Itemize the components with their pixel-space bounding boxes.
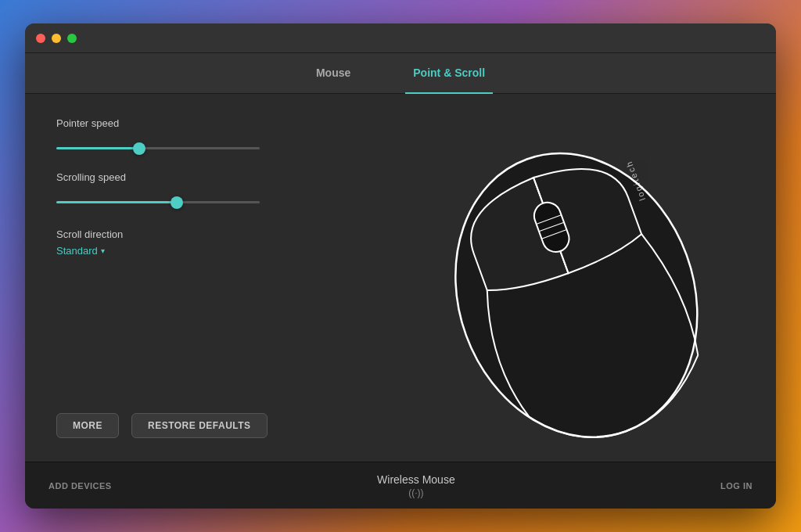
pointer-speed-slider[interactable] bbox=[56, 147, 260, 149]
window-controls bbox=[36, 34, 77, 43]
pointer-speed-label: Pointer speed bbox=[56, 117, 330, 129]
close-button[interactable] bbox=[36, 34, 45, 43]
scrolling-speed-group: Scrolling speed bbox=[56, 171, 330, 207]
tab-bar: Mouse Point & Scroll bbox=[25, 53, 776, 94]
more-button[interactable]: MORE bbox=[56, 413, 119, 438]
main-content: Pointer speed Scrolling speed Scroll dir… bbox=[25, 94, 776, 462]
device-name: Wireless Mouse bbox=[377, 473, 455, 486]
tab-mouse[interactable]: Mouse bbox=[308, 53, 358, 94]
fullscreen-button[interactable] bbox=[67, 34, 77, 43]
mouse-illustration-panel: logitech bbox=[361, 94, 776, 462]
restore-defaults-button[interactable]: RESTORE DEFAULTS bbox=[131, 413, 268, 438]
scroll-direction-label: Scroll direction bbox=[56, 228, 330, 240]
chevron-down-icon: ▾ bbox=[101, 246, 105, 255]
minimize-button[interactable] bbox=[52, 34, 61, 43]
bottom-bar: ADD DEVICES Wireless Mouse ((·)) LOG IN bbox=[25, 462, 776, 509]
scrolling-speed-slider[interactable] bbox=[56, 201, 260, 203]
add-devices-button[interactable]: ADD DEVICES bbox=[48, 481, 112, 491]
buttons-row: MORE RESTORE DEFAULTS bbox=[56, 397, 330, 438]
mouse-image: logitech bbox=[420, 113, 717, 442]
left-panel: Pointer speed Scrolling speed Scroll dir… bbox=[25, 94, 361, 462]
tab-point-scroll[interactable]: Point & Scroll bbox=[405, 53, 493, 94]
pointer-speed-group: Pointer speed bbox=[56, 117, 330, 153]
scrolling-speed-label: Scrolling speed bbox=[56, 171, 330, 183]
device-connection-icon: ((·)) bbox=[377, 487, 455, 498]
device-info: Wireless Mouse ((·)) bbox=[377, 473, 455, 498]
app-window: Mouse Point & Scroll Pointer speed Scrol… bbox=[25, 23, 776, 509]
scroll-direction-group: Scroll direction Standard ▾ bbox=[56, 228, 330, 257]
login-button[interactable]: LOG IN bbox=[720, 481, 753, 491]
title-bar bbox=[25, 23, 776, 53]
scroll-direction-value: Standard bbox=[56, 245, 98, 257]
scroll-direction-dropdown[interactable]: Standard ▾ bbox=[56, 245, 330, 257]
tab-mouse-label: Mouse bbox=[316, 66, 350, 79]
tab-point-scroll-label: Point & Scroll bbox=[413, 66, 485, 79]
